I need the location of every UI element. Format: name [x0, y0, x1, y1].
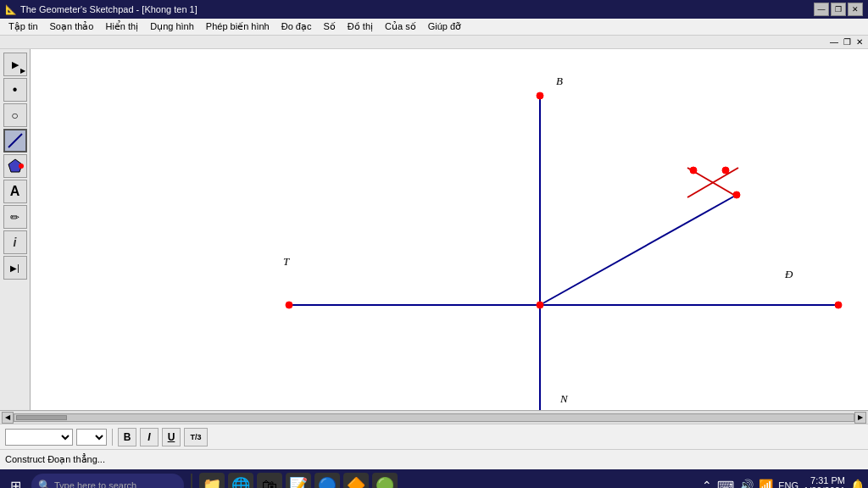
- menu-item-phép-biến-hình[interactable]: Phép biến hình: [201, 20, 275, 33]
- svg-point-2: [19, 164, 24, 169]
- svg-point-8: [537, 302, 543, 308]
- search-bar[interactable]: 🔍: [31, 474, 184, 488]
- arrow-icon: ▶: [12, 59, 19, 70]
- search-input[interactable]: [54, 480, 173, 488]
- geometry-canvas: [31, 49, 868, 410]
- scrollbar-thumb-horizontal[interactable]: [16, 415, 67, 420]
- svg-point-10: [835, 302, 842, 308]
- taskbar-app3[interactable]: 🟢: [372, 473, 398, 488]
- font-family-select[interactable]: [5, 429, 73, 446]
- taskbar-right: ⌃ ⌨ 🔊 📶 ENG 7:31 PM 1/20/2021 🔔: [702, 475, 865, 488]
- arrow-sub-icon: ▶: [20, 67, 25, 75]
- menu-item-của-số[interactable]: Của số: [380, 20, 421, 33]
- search-icon: 🔍: [38, 480, 51, 488]
- window-title: The Geometer's Sketchpad - [Khong ten 1]: [20, 4, 198, 14]
- menu-item-giúp-đỡ[interactable]: Giúp đỡ: [423, 20, 466, 33]
- app-area: ▶ ▶ • ○ A ✏ i ▶|: [0, 49, 868, 410]
- play-icon: ▶|: [10, 263, 19, 273]
- line-tool[interactable]: [3, 129, 27, 152]
- title-bar-controls: — ❐ ✕: [814, 3, 863, 16]
- notification-icon[interactable]: 🔔: [850, 479, 865, 488]
- circle-icon: ○: [11, 108, 18, 122]
- polygon-tool[interactable]: [3, 154, 27, 178]
- info-icon: i: [14, 236, 17, 249]
- fraction-button[interactable]: T/3: [184, 428, 208, 446]
- scrollbar-track-horizontal[interactable]: [14, 413, 854, 422]
- point-icon: •: [13, 82, 18, 97]
- svg-line-5: [540, 195, 737, 305]
- windows-icon: ⊞: [10, 478, 21, 489]
- scroll-right-button[interactable]: ▶: [854, 412, 866, 424]
- clock: 7:31 PM 1/20/2021: [804, 475, 845, 488]
- keyboard-icon[interactable]: ⌨: [717, 479, 734, 488]
- status-text: Construct Đoạn thẳng...: [5, 454, 105, 465]
- font-size-select[interactable]: [76, 429, 107, 446]
- line-icon: [7, 132, 24, 149]
- title-bar: 📐 The Geometer's Sketchpad - [Khong ten …: [0, 0, 868, 19]
- text-tool[interactable]: A: [3, 180, 27, 203]
- svg-point-9: [286, 302, 292, 308]
- compass-tool[interactable]: ○: [3, 103, 27, 127]
- underline-button[interactable]: U: [162, 428, 181, 446]
- svg-point-12: [690, 167, 697, 174]
- menu-item-dụng-hình[interactable]: Dụng hình: [145, 20, 199, 33]
- canvas-area[interactable]: B N Đ T: [31, 49, 868, 410]
- svg-point-11: [537, 92, 543, 99]
- title-bar-left: 📐 The Geometer's Sketchpad - [Khong ten …: [5, 4, 198, 15]
- scroll-left-button[interactable]: ◀: [2, 412, 14, 424]
- status-bar: Construct Đoạn thẳng...: [0, 449, 868, 469]
- point-tool[interactable]: •: [3, 78, 27, 102]
- text-icon: A: [10, 184, 20, 199]
- minimize-button[interactable]: —: [814, 3, 829, 16]
- label-T: T: [283, 255, 289, 269]
- app-icon: 📐: [5, 4, 17, 15]
- taskbar-app2[interactable]: 🔶: [343, 473, 369, 488]
- menu-item-đo-đạc[interactable]: Đo đạc: [276, 20, 317, 33]
- format-bar: B I U T/3: [0, 424, 868, 449]
- taskbar-app1[interactable]: 🔵: [314, 473, 340, 488]
- menu-item-tập-tin[interactable]: Tập tin: [3, 20, 43, 33]
- close-button[interactable]: ✕: [848, 3, 863, 16]
- menu-item-số[interactable]: Số: [318, 20, 340, 33]
- taskbar-word[interactable]: 📝: [286, 473, 311, 488]
- up-arrow-icon[interactable]: ⌃: [702, 479, 712, 488]
- network-icon[interactable]: 📶: [759, 479, 773, 488]
- restore-button[interactable]: ❐: [831, 3, 846, 16]
- custom-tool[interactable]: ✏: [3, 205, 27, 229]
- label-N: N: [560, 392, 568, 406]
- svg-point-14: [733, 191, 740, 198]
- time-display: 7:31 PM: [804, 475, 845, 485]
- taskbar-file-explorer[interactable]: 📁: [199, 473, 225, 488]
- taskbar-store[interactable]: 🛍: [257, 473, 282, 488]
- start-button[interactable]: ⊞: [3, 474, 28, 489]
- taskbar-edge[interactable]: 🌐: [228, 473, 253, 488]
- language-indicator: ENG: [778, 480, 798, 488]
- label-B: B: [556, 75, 563, 88]
- svg-point-13: [722, 167, 729, 174]
- menu-item-đồ-thị[interactable]: Đồ thị: [342, 20, 378, 33]
- inner-restore[interactable]: ❐: [842, 37, 853, 47]
- volume-icon[interactable]: 🔊: [739, 479, 754, 488]
- italic-button[interactable]: I: [140, 428, 159, 446]
- menu-item-hiển-thị[interactable]: Hiển thị: [100, 20, 143, 33]
- left-toolbar: ▶ ▶ • ○ A ✏ i ▶|: [0, 49, 31, 410]
- bold-button[interactable]: B: [118, 428, 136, 446]
- horizontal-scrollbar[interactable]: ◀ ▶: [0, 410, 868, 424]
- animation-tool[interactable]: ▶|: [3, 256, 27, 280]
- restore-bar: — ❐ ✕: [0, 36, 868, 49]
- menu-bar: Tập tinSoạn thảoHiển thịDụng hìnhPhép bi…: [0, 19, 868, 36]
- polygon-icon: [7, 158, 24, 175]
- pencil-icon: ✏: [10, 211, 19, 224]
- info-tool[interactable]: i: [3, 230, 27, 254]
- label-D: Đ: [785, 268, 793, 281]
- select-tool[interactable]: ▶ ▶: [3, 53, 27, 76]
- svg-line-0: [8, 134, 22, 147]
- inner-minimize[interactable]: —: [828, 37, 840, 47]
- menu-item-soạn-thảo[interactable]: Soạn thảo: [45, 20, 99, 33]
- inner-close[interactable]: ✕: [854, 37, 865, 47]
- taskbar: ⊞ 🔍 📁 🌐 🛍 📝 🔵 🔶 🟢 ⌃ ⌨ 🔊 📶 ENG 7:31 PM 1/…: [0, 469, 868, 488]
